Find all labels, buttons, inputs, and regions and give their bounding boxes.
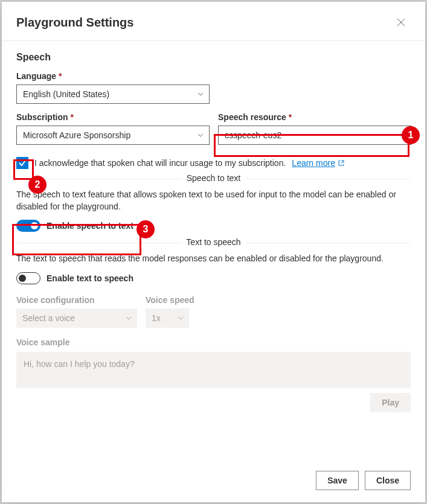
- consent-row: I acknowledge that spoken chat will incu…: [16, 157, 411, 169]
- play-row: Play: [16, 393, 411, 412]
- consent-text: I acknowledge that spoken chat will incu…: [34, 158, 286, 168]
- play-button[interactable]: Play: [370, 393, 411, 412]
- chevron-down-icon: [125, 314, 132, 322]
- section-title-speech: Speech: [16, 52, 411, 63]
- learn-more-link[interactable]: Learn more: [292, 158, 345, 168]
- close-button[interactable]: [391, 13, 411, 32]
- stt-toggle-label: Enable speech to text: [47, 221, 133, 231]
- separator-tts-label: Text to speech: [181, 237, 245, 247]
- resource-label: Speech resource *: [218, 112, 411, 122]
- modal-body: Speech Language * English (United States…: [2, 41, 425, 459]
- voice-speed-value: 1x: [152, 313, 161, 323]
- voice-speed-select[interactable]: 1x: [146, 308, 189, 328]
- playground-settings-modal: Playground Settings Speech Language * En…: [2, 2, 425, 502]
- subscription-field: Subscription * Microsoft Azure Sponsorsh…: [16, 112, 210, 145]
- tts-toggle-row: Enable text to speech: [16, 272, 411, 284]
- voice-sample-label: Voice sample: [16, 337, 411, 347]
- language-field: Language * English (United States): [16, 71, 210, 104]
- tts-toggle[interactable]: [16, 272, 40, 284]
- voice-speed-label: Voice speed: [146, 295, 194, 305]
- subscription-label: Subscription *: [16, 112, 210, 122]
- tts-toggle-label: Enable text to speech: [47, 273, 133, 283]
- voice-config-group: Voice configuration Select a voice: [16, 295, 137, 328]
- chevron-down-icon: [197, 132, 204, 139]
- tts-description: The text to speech that reads the model …: [16, 253, 411, 265]
- voice-config-row: Voice configuration Select a voice Voice…: [16, 295, 411, 328]
- subscription-select[interactable]: Microsoft Azure Sponsorship: [16, 126, 210, 145]
- stt-toggle[interactable]: [16, 220, 40, 232]
- resource-value: csspeech-eus2: [225, 130, 281, 140]
- language-select[interactable]: English (United States): [16, 85, 210, 104]
- language-label: Language *: [16, 71, 210, 81]
- voice-speed-group: Voice speed 1x: [146, 295, 194, 328]
- modal-footer: Save Close: [2, 459, 425, 502]
- voice-config-label: Voice configuration: [16, 295, 137, 305]
- modal-header: Playground Settings: [2, 2, 425, 40]
- resource-select[interactable]: csspeech-eus2: [218, 126, 411, 145]
- chevron-down-icon: [197, 91, 204, 98]
- toggle-thumb: [19, 275, 26, 282]
- chevron-down-icon: [177, 314, 184, 322]
- voice-config-value: Select a voice: [22, 313, 75, 323]
- voice-config-select[interactable]: Select a voice: [16, 308, 137, 328]
- separator-stt-label: Speech to text: [182, 173, 246, 183]
- check-icon: [18, 159, 27, 167]
- language-value: English (United States): [23, 89, 109, 99]
- stt-description: The speech to text feature that allows s…: [16, 189, 411, 212]
- stt-toggle-row: Enable speech to text: [16, 220, 411, 232]
- close-icon: [397, 18, 405, 27]
- voice-sample-textarea[interactable]: Hi, how can I help you today?: [16, 352, 411, 388]
- separator-stt: Speech to text: [16, 179, 411, 179]
- separator-tts: Text to speech: [16, 243, 411, 243]
- toggle-thumb: [31, 222, 38, 229]
- close-button-footer[interactable]: Close: [365, 471, 411, 490]
- modal-title: Playground Settings: [16, 16, 133, 30]
- resource-field: Speech resource * csspeech-eus2: [218, 112, 411, 145]
- save-button[interactable]: Save: [316, 471, 359, 490]
- chevron-down-icon: [399, 132, 406, 139]
- consent-checkbox[interactable]: [16, 157, 28, 169]
- sub-resource-row: Subscription * Microsoft Azure Sponsorsh…: [16, 112, 411, 153]
- subscription-value: Microsoft Azure Sponsorship: [23, 130, 130, 140]
- external-link-icon: [338, 159, 345, 167]
